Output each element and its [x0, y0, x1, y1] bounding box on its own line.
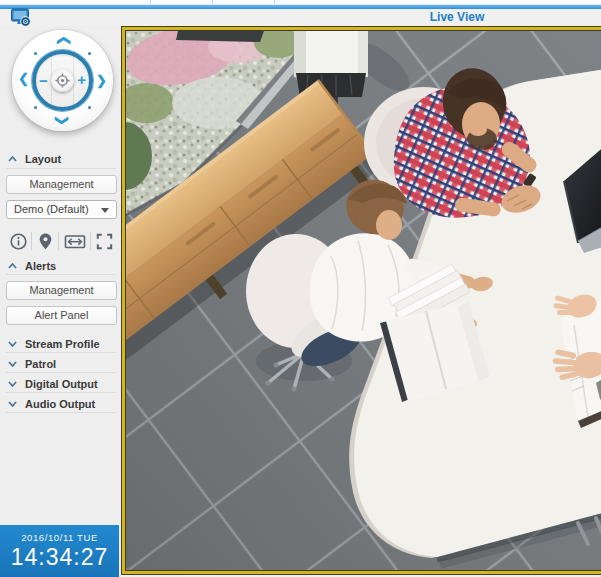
separator	[6, 412, 116, 413]
ptz-diagonal-dot	[34, 106, 37, 109]
alert-panel-button[interactable]: Alert Panel	[6, 306, 117, 325]
location-pin-icon	[36, 232, 55, 251]
section-label: Alerts	[25, 260, 56, 272]
section-label: Layout	[25, 153, 61, 165]
center-focus-icon	[55, 73, 70, 88]
chevron-up-icon	[8, 263, 17, 269]
chevron-down-icon	[8, 381, 17, 387]
ptz-left-button[interactable]: ❯	[18, 74, 29, 87]
ptz-center-button[interactable]	[51, 69, 74, 92]
zoom-in-button[interactable]: +	[77, 72, 86, 87]
fullscreen-icon	[95, 232, 114, 251]
chevron-down-icon	[101, 208, 109, 213]
info-icon	[9, 232, 28, 251]
fullscreen-button[interactable]	[91, 232, 117, 251]
emap-button[interactable]	[32, 232, 58, 251]
layout-select[interactable]: Demo (Default)	[6, 200, 117, 219]
section-label: Stream Profile	[25, 338, 100, 350]
clock-date: 2016/10/11 TUE	[0, 532, 119, 543]
chevron-down-icon	[8, 361, 17, 367]
chevron-up-icon	[8, 156, 17, 162]
ptz-down-button[interactable]: ❯	[56, 115, 69, 126]
section-label: Patrol	[25, 358, 56, 370]
section-label: Audio Output	[25, 398, 95, 410]
tab-separator	[150, 0, 151, 4]
clock-panel: 2016/10/11 TUE 14:34:27	[0, 525, 119, 577]
tab-separator	[274, 0, 275, 4]
section-header-alerts[interactable]: Alerts	[8, 259, 114, 273]
separator	[6, 372, 116, 373]
live-video-feed[interactable]	[121, 26, 601, 575]
camera-scene	[126, 31, 601, 570]
section-label: Digital Output	[25, 378, 98, 390]
zoom-out-button[interactable]: −	[39, 73, 48, 88]
stream-info-button[interactable]	[5, 232, 31, 251]
separator	[6, 392, 116, 393]
video-selected-frame	[122, 27, 601, 574]
video-content	[125, 30, 601, 571]
section-header-stream-profile[interactable]: Stream Profile	[8, 337, 114, 351]
ptz-diagonal-dot	[88, 106, 91, 109]
ptz-up-button[interactable]: ❯	[56, 35, 69, 46]
separator	[6, 274, 116, 275]
chevron-down-icon	[8, 341, 17, 347]
alerts-management-button[interactable]: Management	[6, 281, 117, 300]
fit-width-button[interactable]	[59, 232, 90, 251]
layout-select-value: Demo (Default)	[14, 203, 89, 215]
separator	[6, 352, 116, 353]
tab-separator	[212, 0, 213, 4]
clock-time: 14:34:27	[0, 544, 119, 571]
tab-live-view[interactable]: Live View	[397, 10, 517, 24]
layout-management-button[interactable]: Management	[6, 175, 117, 194]
fit-width-icon	[64, 232, 86, 251]
section-header-layout[interactable]: Layout	[8, 152, 114, 166]
section-header-patrol[interactable]: Patrol	[8, 357, 114, 371]
live-view-window: Live View ❯ ❯ ❯ ❯ − +	[0, 0, 601, 577]
ptz-right-button[interactable]: ❯	[96, 74, 107, 87]
ptz-diagonal-dot	[88, 52, 91, 55]
separator	[6, 168, 116, 169]
view-toolbar	[5, 229, 118, 253]
ptz-control-pad: ❯ ❯ ❯ ❯ − +	[12, 30, 113, 131]
section-header-audio-output[interactable]: Audio Output	[8, 397, 114, 411]
chevron-down-icon	[8, 401, 17, 407]
section-header-digital-output[interactable]: Digital Output	[8, 377, 114, 391]
app-logo-icon[interactable]	[11, 7, 31, 27]
ptz-diagonal-dot	[34, 52, 37, 55]
